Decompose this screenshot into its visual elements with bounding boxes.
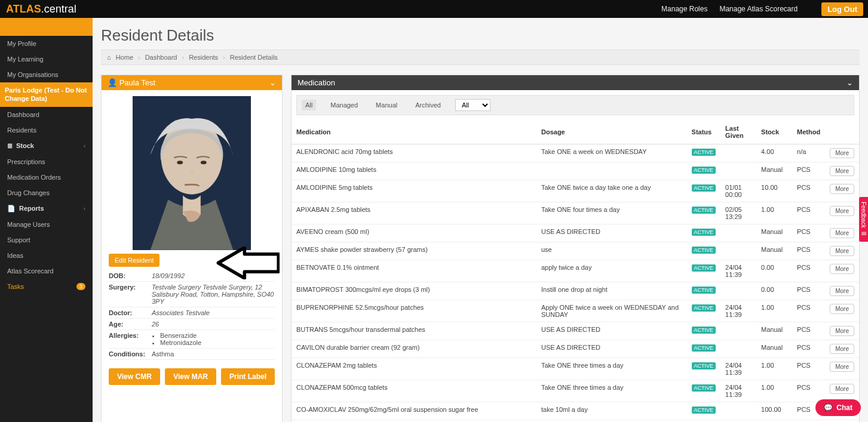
tab-archived[interactable]: Archived bbox=[412, 100, 444, 110]
cell-method: PCS bbox=[792, 242, 825, 260]
cell-status: ACTIVE bbox=[687, 402, 721, 420]
cell-stock: 1.00 bbox=[756, 202, 792, 224]
cell-actions: More bbox=[825, 202, 859, 224]
sidebar-item-label: My Organisations bbox=[7, 71, 59, 78]
cell-dosage: USE AS DIRECTED bbox=[536, 322, 687, 340]
sidebar-item-support[interactable]: Support bbox=[0, 232, 93, 248]
cell-last-given bbox=[720, 282, 756, 300]
sidebar-item-label: Ideas bbox=[7, 252, 23, 259]
more-button[interactable]: More bbox=[830, 264, 854, 274]
more-button[interactable]: More bbox=[830, 148, 854, 158]
value-age: 26 bbox=[152, 321, 275, 328]
status-badge: ACTIVE bbox=[692, 406, 716, 414]
chevron-right-icon: › bbox=[138, 54, 140, 61]
status-badge: ACTIVE bbox=[692, 167, 716, 174]
sidebar-item-ideas[interactable]: Ideas bbox=[0, 248, 93, 263]
more-button[interactable]: More bbox=[830, 362, 854, 372]
medication-title: Medication bbox=[297, 78, 335, 87]
more-button[interactable]: More bbox=[830, 344, 854, 354]
more-button[interactable]: More bbox=[830, 228, 854, 238]
more-button[interactable]: More bbox=[830, 304, 854, 314]
table-row: BIMATOPROST 300mcgs/ml eye drops (3 ml)I… bbox=[292, 282, 859, 300]
cell-actions: More bbox=[825, 380, 859, 402]
sidebar-item-label: Drug Changes bbox=[7, 189, 50, 196]
more-button[interactable]: More bbox=[830, 384, 854, 394]
sidebar-item-stock[interactable]: ≣Stock ‹ bbox=[0, 138, 93, 154]
medication-panel-header[interactable]: Medication ⌄ bbox=[292, 75, 859, 90]
cell-medication: CO-CARELDOPA 12.5mg/50mg tablets bbox=[292, 420, 536, 423]
cell-status: ACTIVE bbox=[687, 282, 721, 300]
more-button[interactable]: More bbox=[830, 246, 854, 256]
cell-dosage: USE AS DIRECTED bbox=[536, 224, 687, 242]
sidebar-item-learning[interactable]: My Learning bbox=[0, 51, 93, 67]
sidebar-item-dashboard[interactable]: Dashboard bbox=[0, 107, 93, 122]
cell-medication: AYMES shake powder strawberry (57 grams) bbox=[292, 242, 536, 260]
cell-actions: More bbox=[825, 340, 859, 358]
more-button[interactable]: More bbox=[830, 326, 854, 336]
cell-actions: More bbox=[825, 224, 859, 242]
sidebar-item-label: Residents bbox=[7, 127, 36, 134]
logout-button[interactable]: Log Out bbox=[821, 2, 863, 16]
sidebar-item-reports[interactable]: 📄Reports ‹ bbox=[0, 201, 93, 217]
chevron-right-icon: › bbox=[182, 54, 185, 61]
view-mar-button[interactable]: View MAR bbox=[165, 368, 216, 385]
more-button[interactable]: More bbox=[830, 166, 854, 176]
sidebar-item-manage-users[interactable]: Manage Users bbox=[0, 217, 93, 232]
nav-manage-scorecard[interactable]: Manage Atlas Scorecard bbox=[719, 5, 798, 13]
cell-method: PCS bbox=[792, 380, 825, 402]
top-menu: Manage Roles Manage Atlas Scorecard Log … bbox=[661, 2, 863, 16]
sidebar-item-profile[interactable]: My Profile bbox=[0, 36, 93, 51]
sidebar-item-drug-changes[interactable]: Drug Changes bbox=[0, 185, 93, 201]
crumb-residents[interactable]: Residents bbox=[189, 54, 218, 61]
cell-stock: Manual bbox=[756, 340, 792, 358]
cell-medication: CLONAZEPAM 500mcg tablets bbox=[292, 380, 536, 402]
chevron-down-icon: ⌄ bbox=[269, 78, 276, 87]
tab-manual[interactable]: Manual bbox=[372, 100, 401, 110]
print-label-button[interactable]: Print Label bbox=[221, 368, 275, 385]
cell-status: ACTIVE bbox=[687, 180, 721, 202]
sidebar-item-orgs[interactable]: My Organisations bbox=[0, 67, 93, 82]
tab-all[interactable]: All bbox=[302, 100, 316, 110]
nav-manage-roles[interactable]: Manage Roles bbox=[661, 5, 707, 13]
sidebar-item-label: Tasks bbox=[7, 283, 24, 290]
sidebar-item-tasks[interactable]: Tasks 3 bbox=[0, 279, 93, 294]
cell-status: ACTIVE bbox=[687, 202, 721, 224]
sidebar-item-label: Manage Users bbox=[7, 221, 50, 228]
col-last-given: Last Given bbox=[720, 120, 756, 144]
value-conditions: Asthma bbox=[152, 350, 275, 358]
cell-dosage: Take ONE three times a day bbox=[536, 380, 687, 402]
cell-last-given bbox=[720, 144, 756, 162]
stack-icon: ≣ bbox=[7, 142, 13, 150]
view-cmr-button[interactable]: View CMR bbox=[109, 368, 160, 385]
chat-widget[interactable]: 💬 Chat bbox=[815, 399, 861, 416]
filter-select[interactable]: All bbox=[455, 99, 490, 111]
allergy-item: Benserazide bbox=[160, 332, 275, 339]
sidebar-item-prescriptions[interactable]: Prescriptions bbox=[0, 154, 93, 170]
cell-medication: BIMATOPROST 300mcgs/ml eye drops (3 ml) bbox=[292, 282, 536, 300]
resident-card-header[interactable]: 👤 Paula Test ⌄ bbox=[102, 75, 282, 90]
status-badge: ACTIVE bbox=[692, 149, 716, 156]
page-title: Resident Details bbox=[101, 26, 860, 45]
table-row: AMLODIPINE 5mg tabletsTake ONE twice a d… bbox=[292, 180, 859, 202]
feedback-tab[interactable]: Feedback ✉ bbox=[859, 197, 868, 242]
cell-actions: More bbox=[825, 144, 859, 162]
sidebar-item-medication-orders[interactable]: Medication Orders bbox=[0, 170, 93, 185]
more-button[interactable]: More bbox=[830, 286, 854, 296]
crumb-home[interactable]: Home bbox=[116, 54, 133, 61]
cell-dosage: Take ONE three times a day bbox=[536, 420, 687, 423]
chat-label: Chat bbox=[836, 403, 852, 412]
more-button[interactable]: More bbox=[830, 184, 854, 194]
sidebar-item-atlas-scorecard[interactable]: Atlas Scorecard bbox=[0, 263, 93, 279]
edit-resident-button[interactable]: Edit Resident bbox=[109, 254, 160, 267]
status-badge: ACTIVE bbox=[692, 264, 716, 272]
cell-dosage: USE AS DIRECTED bbox=[536, 340, 687, 358]
crumb-dashboard[interactable]: Dashboard bbox=[145, 54, 177, 61]
cell-method: PCS bbox=[792, 340, 825, 358]
tab-managed[interactable]: Managed bbox=[327, 100, 361, 110]
sidebar-item-residents[interactable]: Residents bbox=[0, 122, 93, 138]
more-button[interactable]: More bbox=[830, 206, 854, 216]
cell-method: n/a bbox=[792, 144, 825, 162]
cell-stock: 1.00 bbox=[756, 358, 792, 380]
col-dosage: Dosage bbox=[536, 120, 687, 144]
status-badge: ACTIVE bbox=[692, 247, 716, 254]
